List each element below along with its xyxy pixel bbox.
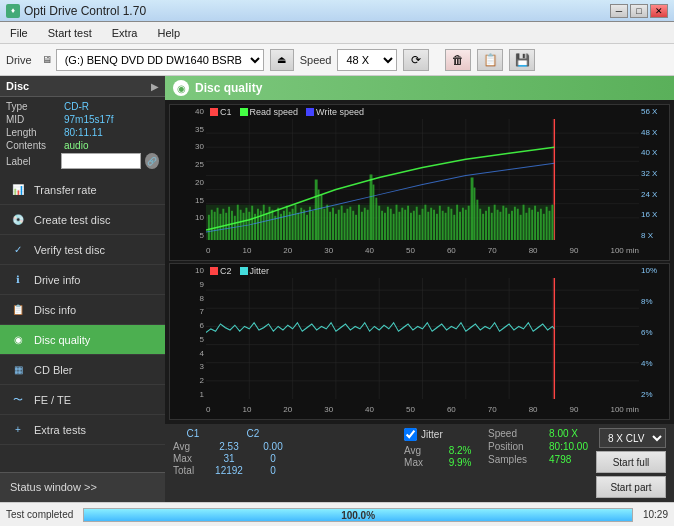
svg-rect-97 [439, 206, 441, 240]
svg-rect-92 [424, 205, 426, 240]
avg-label: Avg [173, 441, 205, 452]
position-key: Position [488, 441, 543, 452]
fe-te-icon: 〜 [10, 392, 26, 408]
transfer-rate-icon: 📊 [10, 182, 26, 198]
close-button[interactable]: ✕ [650, 4, 668, 18]
disc-arrow-icon: ▶ [151, 81, 159, 92]
start-part-button[interactable]: Start part [596, 476, 666, 498]
svg-rect-34 [257, 209, 259, 240]
start-full-button[interactable]: Start full [596, 451, 666, 473]
svg-rect-128 [528, 208, 530, 240]
svg-rect-133 [543, 214, 545, 240]
contents-value: audio [64, 140, 88, 151]
nav-fe-te[interactable]: 〜 FE / TE [0, 385, 165, 415]
verify-test-disc-icon: ✓ [10, 242, 26, 258]
svg-rect-46 [292, 209, 294, 240]
refresh-button[interactable]: ⟳ [403, 49, 429, 71]
disc-quality-icon: ◉ [10, 332, 26, 348]
svg-rect-130 [534, 206, 536, 240]
svg-rect-68 [355, 215, 357, 240]
svg-rect-111 [479, 209, 481, 240]
jitter-avg-val: 8.2% [440, 445, 480, 456]
nav-cd-bler[interactable]: ▦ CD Bler [0, 355, 165, 385]
nav-status-window[interactable]: Status window >> [0, 472, 165, 502]
app-title: Opti Drive Control 1.70 [24, 4, 146, 18]
disc-quality-header: ◉ Disc quality [165, 76, 674, 100]
svg-rect-80 [390, 209, 392, 240]
nav-extra-tests[interactable]: + Extra tests [0, 415, 165, 445]
chart1-plot [206, 119, 639, 240]
nav-create-test-disc-label: Create test disc [34, 214, 110, 226]
menu-file[interactable]: File [4, 25, 34, 41]
svg-rect-44 [286, 206, 288, 240]
maximize-button[interactable]: □ [630, 4, 648, 18]
nav-fe-te-label: FE / TE [34, 394, 71, 406]
erase-button[interactable]: 🗑 [445, 49, 471, 71]
svg-rect-53 [312, 211, 314, 240]
svg-rect-78 [384, 213, 386, 240]
svg-rect-65 [346, 209, 348, 240]
contents-key: Contents [6, 140, 64, 151]
drive-info-icon: ℹ [10, 272, 26, 288]
svg-rect-57 [323, 209, 325, 240]
total-c1: 12192 [209, 465, 249, 476]
speed-val: 8.00 X [549, 428, 578, 439]
jitter-legend-label: Jitter [250, 266, 270, 276]
svg-rect-26 [234, 216, 236, 240]
menu-help[interactable]: Help [151, 25, 186, 41]
jitter-checkbox[interactable] [404, 428, 417, 441]
nav-create-test-disc[interactable]: 💿 Create test disc [0, 205, 165, 235]
svg-rect-99 [445, 213, 447, 240]
max-c1: 31 [209, 453, 249, 464]
menu-start-test[interactable]: Start test [42, 25, 98, 41]
svg-rect-107 [468, 206, 470, 240]
copy-button[interactable]: 📋 [477, 49, 503, 71]
eject-button[interactable]: ⏏ [270, 49, 294, 71]
svg-rect-31 [248, 212, 250, 240]
clv-select[interactable]: 8 X CLV [599, 428, 666, 448]
svg-rect-93 [427, 212, 429, 240]
drive-select[interactable]: (G:) BENQ DVD DD DW1640 BSRB [56, 49, 264, 71]
svg-rect-86 [407, 206, 409, 240]
app-icon: ♦ [6, 4, 20, 18]
svg-rect-72 [367, 210, 369, 240]
speed-key: Speed [488, 428, 543, 439]
c2-col-header: C2 [233, 428, 273, 439]
length-key: Length [6, 127, 64, 138]
svg-rect-59 [329, 212, 331, 240]
svg-rect-36 [263, 205, 265, 240]
nav-disc-quality[interactable]: ◉ Disc quality [0, 325, 165, 355]
speed-select[interactable]: 48 X [337, 49, 397, 71]
svg-rect-125 [520, 215, 522, 240]
nav-drive-info-label: Drive info [34, 274, 80, 286]
nav-drive-info[interactable]: ℹ Drive info [0, 265, 165, 295]
svg-rect-43 [283, 211, 285, 240]
speed-label: Speed [300, 54, 332, 66]
nav-disc-info[interactable]: 📋 Disc info [0, 295, 165, 325]
svg-rect-123 [514, 207, 516, 240]
label-input[interactable] [61, 153, 141, 169]
svg-rect-25 [231, 211, 233, 240]
svg-rect-64 [344, 213, 346, 240]
sidebar: Disc ▶ Type CD-R MID 97m15s17f Length 80… [0, 76, 165, 502]
svg-rect-71 [364, 208, 366, 240]
menu-extra[interactable]: Extra [106, 25, 144, 41]
nav-transfer-rate[interactable]: 📊 Transfer rate [0, 175, 165, 205]
svg-rect-119 [502, 206, 504, 240]
extra-tests-icon: + [10, 422, 26, 438]
status-window-label: Status window >> [10, 481, 97, 493]
svg-rect-112 [482, 214, 484, 240]
svg-rect-115 [491, 213, 493, 240]
svg-rect-20 [217, 208, 219, 240]
content-area: ◉ Disc quality C1 Read speed [165, 76, 674, 502]
disc-quality-title: Disc quality [195, 81, 262, 95]
save-button[interactable]: 💾 [509, 49, 535, 71]
nav-verify-test-disc[interactable]: ✓ Verify test disc [0, 235, 165, 265]
svg-rect-28 [240, 210, 242, 240]
chart1-y-axis-right: 56 X 48 X 40 X 32 X 24 X 16 X 8 X [639, 105, 669, 240]
c2-legend-dot [210, 267, 218, 275]
svg-rect-22 [222, 209, 224, 240]
c2-legend-label: C2 [220, 266, 232, 276]
label-icon-button[interactable]: 🔗 [145, 153, 159, 169]
minimize-button[interactable]: ─ [610, 4, 628, 18]
